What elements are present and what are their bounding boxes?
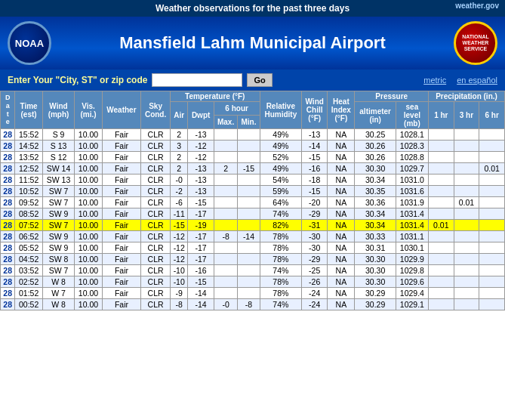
cell-air: -0 — [170, 174, 187, 186]
cell-p1hr — [429, 276, 454, 288]
cell-date: 28 — [1, 276, 15, 288]
cell-max — [214, 254, 238, 265]
cell-p3hr — [454, 141, 479, 152]
cell-max — [214, 174, 238, 186]
cell-min — [238, 208, 260, 220]
cell-weather: Fair — [102, 299, 141, 310]
cell-air: -2 — [170, 186, 187, 197]
cell-date: 28 — [1, 254, 15, 265]
cell-heat-index: NA — [328, 186, 355, 197]
cell-max — [214, 129, 238, 141]
cell-sky: CLR — [141, 276, 171, 288]
col-max: Max. — [214, 116, 238, 129]
cell-min — [238, 152, 260, 163]
cell-wind: SW 7 — [42, 265, 74, 276]
cell-sea-level: 1028.1 — [396, 129, 428, 141]
cell-vis: 10.00 — [75, 141, 102, 152]
cell-p1hr — [429, 129, 454, 141]
col-air: Air — [170, 102, 187, 129]
search-input[interactable] — [152, 73, 242, 87]
table-row: 2807:52SW 710.00FairCLR-15-1982%-31NA30.… — [1, 220, 505, 231]
weather-gov-link[interactable]: weather.gov — [455, 2, 499, 10]
cell-p3hr: 0.01 — [454, 197, 479, 208]
cell-vis: 10.00 — [75, 254, 102, 265]
cell-dwpt: -17 — [188, 208, 214, 220]
cell-altimeter: 30.34 — [355, 174, 396, 186]
cell-date: 28 — [1, 174, 15, 186]
col-sea-level: sealevel(mb) — [396, 102, 428, 129]
cell-wind-chill: -24 — [302, 299, 328, 310]
cell-wind-chill: -20 — [302, 197, 328, 208]
cell-sky: CLR — [141, 129, 171, 141]
cell-min — [238, 129, 260, 141]
cell-heat-index: NA — [328, 208, 355, 220]
table-row: 2814:52S 1310.00FairCLR3-1249%-14NA30.26… — [1, 141, 505, 152]
cell-sky: CLR — [141, 208, 171, 220]
cell-dwpt: -13 — [188, 174, 214, 186]
cell-wind-chill: -26 — [302, 276, 328, 288]
col-precip-span: Precipitation (in.) — [429, 91, 505, 102]
cell-air: -9 — [170, 288, 187, 299]
cell-altimeter: 30.29 — [355, 299, 396, 310]
cell-date: 28 — [1, 141, 15, 152]
cell-date: 28 — [1, 242, 15, 254]
go-button[interactable]: Go — [247, 73, 272, 87]
cell-heat-index: NA — [328, 129, 355, 141]
cell-p1hr: 0.01 — [429, 220, 454, 231]
cell-wind-chill: -15 — [302, 186, 328, 197]
cell-p1hr — [429, 242, 454, 254]
cell-wind: W 8 — [42, 299, 74, 310]
cell-wind: SW 9 — [42, 208, 74, 220]
cell-altimeter: 30.30 — [355, 254, 396, 265]
cell-altimeter: 30.30 — [355, 276, 396, 288]
cell-max — [214, 220, 238, 231]
cell-dwpt: -14 — [188, 299, 214, 310]
cell-altimeter: 30.34 — [355, 208, 396, 220]
cell-min — [238, 288, 260, 299]
cell-p6hr — [479, 254, 505, 265]
col-altimeter: altimeter(in) — [355, 102, 396, 129]
cell-air: -15 — [170, 220, 187, 231]
cell-heat-index: NA — [328, 242, 355, 254]
cell-min — [238, 220, 260, 231]
cell-dwpt: -15 — [188, 276, 214, 288]
cell-sea-level: 1029.1 — [396, 299, 428, 310]
cell-date: 28 — [1, 231, 15, 242]
metric-link[interactable]: metric — [423, 76, 446, 85]
cell-max: 2 — [214, 163, 238, 174]
cell-sky: CLR — [141, 186, 171, 197]
cell-p1hr — [429, 208, 454, 220]
col-humidity: RelativeHumidity — [260, 91, 302, 129]
cell-date: 28 — [1, 197, 15, 208]
cell-wind: S 9 — [42, 129, 74, 141]
cell-humidity: 78% — [260, 254, 302, 265]
cell-weather: Fair — [102, 141, 141, 152]
cell-sea-level: 1028.8 — [396, 152, 428, 163]
top-bar: Weather observations for the past three … — [0, 0, 505, 17]
cell-sky: CLR — [141, 220, 171, 231]
cell-heat-index: NA — [328, 276, 355, 288]
cell-time: 01:52 — [15, 288, 42, 299]
table-row: 2801:52W 710.00FairCLR-9-1478%-24NA30.29… — [1, 288, 505, 299]
cell-altimeter: 30.34 — [355, 220, 396, 231]
cell-heat-index: NA — [328, 288, 355, 299]
cell-max — [214, 197, 238, 208]
cell-p1hr — [429, 174, 454, 186]
espanol-link[interactable]: en español — [457, 76, 497, 85]
col-date: Date — [1, 91, 15, 129]
cell-weather: Fair — [102, 288, 141, 299]
cell-time: 07:52 — [15, 220, 42, 231]
cell-date: 28 — [1, 299, 15, 310]
cell-wind: SW 9 — [42, 242, 74, 254]
table-row: 2805:52SW 910.00FairCLR-12-1778%-30NA30.… — [1, 242, 505, 254]
cell-p6hr — [479, 174, 505, 186]
cell-sky: CLR — [141, 265, 171, 276]
cell-wind: SW 9 — [42, 231, 74, 242]
cell-date: 28 — [1, 152, 15, 163]
cell-p6hr — [479, 231, 505, 242]
cell-sky: CLR — [141, 254, 171, 265]
cell-p3hr — [454, 163, 479, 174]
cell-dwpt: -17 — [188, 242, 214, 254]
table-row: 2810:52SW 710.00FairCLR-2-1359%-15NA30.3… — [1, 186, 505, 197]
cell-vis: 10.00 — [75, 163, 102, 174]
